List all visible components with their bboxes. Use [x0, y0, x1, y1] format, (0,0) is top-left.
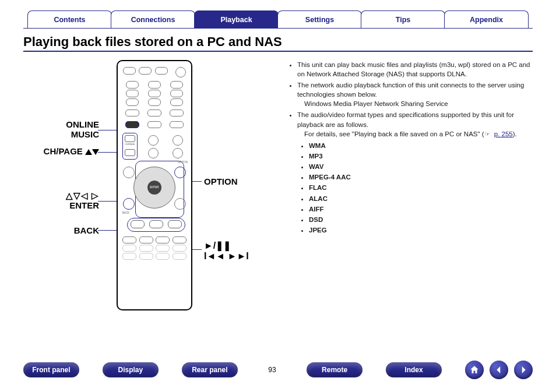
tab-tips[interactable]: Tips — [361, 10, 445, 28]
page-title: Playing back files stored on a PC and NA… — [23, 34, 533, 50]
tab-appendix[interactable]: Appendix — [444, 10, 529, 28]
triangle-up-icon — [85, 149, 92, 155]
tab-settings[interactable]: Settings — [277, 10, 362, 28]
footer-link-rear-panel[interactable]: Rear panel — [182, 362, 238, 377]
footer-link-remote[interactable]: Remote — [307, 362, 363, 377]
format-item: WAV — [309, 162, 533, 171]
tab-connections[interactable]: Connections — [111, 10, 195, 28]
bullet-2-sub: Windows Media Player Network Sharing Ser… — [304, 99, 533, 108]
label-ch-page: CH/PAGE — [44, 146, 83, 156]
format-item: JPEG — [309, 225, 533, 235]
format-item: ALAC — [309, 194, 533, 203]
option-button — [174, 167, 186, 178]
format-item: MP3 — [309, 151, 533, 161]
format-item: AIFF — [309, 204, 533, 214]
bullet-2: The network audio playback function of t… — [297, 80, 533, 108]
label-online-music-l1: ONLINE — [66, 119, 99, 129]
label-dpad-arrows: △▽◁ ▷ — [66, 190, 99, 200]
footer-link-index[interactable]: Index — [386, 362, 442, 377]
label-play-pause: ►/❚❚ — [204, 241, 231, 250]
tab-contents[interactable]: Contents — [27, 10, 112, 28]
page-ref-icon: ☞ — [484, 130, 492, 139]
label-prev-next: I◄◄ ►►I — [204, 251, 249, 261]
label-enter: ENTER — [69, 200, 99, 210]
format-item: WMA — [309, 141, 533, 150]
format-item: FLAC — [309, 183, 533, 192]
page-number: 93 — [261, 366, 283, 374]
remote-illustration: CH/PAGE OPTION BACK — [117, 60, 192, 310]
dpad — [133, 167, 175, 209]
label-online-music-l2: MUSIC — [71, 129, 99, 139]
bullet-1: This unit can play back music files and … — [297, 60, 533, 79]
label-back: BACK — [74, 225, 99, 235]
online-music-button — [125, 121, 139, 128]
title-rule — [23, 51, 533, 52]
format-item: DSD — [309, 215, 533, 224]
top-tabs: Contents Connections Playback Settings T… — [23, 10, 533, 29]
remote-diagram: ONLINE MUSIC CH/PAGE △▽◁ ▷ ENTER BACK OP… — [23, 60, 274, 316]
format-list: WMA MP3 WAV MPEG-4 AAC FLAC ALAC AIFF DS… — [309, 141, 533, 235]
format-item: MPEG-4 AAC — [309, 172, 533, 182]
body-text: This unit can play back music files and … — [289, 60, 533, 316]
label-option: OPTION — [204, 176, 238, 186]
bullet-3: The audio/video format types and specifi… — [297, 110, 533, 139]
next-page-icon[interactable] — [514, 361, 533, 379]
page-ref-link[interactable]: p. 255 — [494, 130, 513, 137]
tab-playback[interactable]: Playback — [194, 10, 279, 28]
prev-page-icon[interactable] — [490, 361, 508, 379]
footer-link-display[interactable]: Display — [103, 362, 159, 377]
footer-link-front-panel[interactable]: Front panel — [23, 362, 79, 377]
home-icon[interactable] — [465, 361, 484, 379]
back-button — [123, 198, 135, 210]
